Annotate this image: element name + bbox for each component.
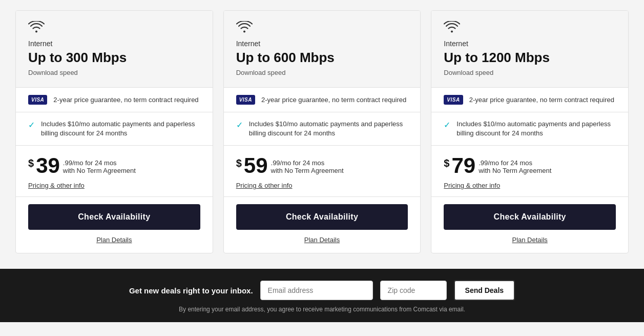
price-term: with No Term Agreement xyxy=(271,167,344,174)
wifi-icon xyxy=(28,21,45,35)
internet-label: Internet xyxy=(28,39,200,48)
pricing-link[interactable]: Pricing & other info xyxy=(236,182,408,189)
price-main: 59 xyxy=(244,155,268,176)
check-availability-button[interactable]: Check Availability xyxy=(444,204,616,230)
checkmark-icon: ✓ xyxy=(28,120,35,130)
download-label: Download speed xyxy=(236,69,286,76)
autopay-text: Includes $10/mo automatic payments and p… xyxy=(249,120,408,138)
price-row: $ 79 .99/mo for 24 mos with No Term Agre… xyxy=(444,155,616,176)
card-header-3: Internet Up to 1200 Mbps Download speed xyxy=(431,11,628,88)
price-details: .99/mo for 24 mos with No Term Agreement xyxy=(63,159,136,174)
price-cents: .99/mo for 24 mos xyxy=(63,159,136,167)
zip-input[interactable] xyxy=(380,281,447,300)
visa-section: VISA 2-year price guarantee, no term con… xyxy=(16,88,213,112)
pricing-section: $ 59 .99/mo for 24 mos with No Term Agre… xyxy=(224,146,421,197)
check-availability-button[interactable]: Check Availability xyxy=(28,204,200,230)
action-section: Check Availability Plan Details xyxy=(16,197,213,253)
checkmark-icon: ✓ xyxy=(236,120,243,130)
guarantee-text: 2-year price guarantee, no term contract… xyxy=(469,96,614,104)
action-section: Check Availability Plan Details xyxy=(224,197,421,253)
price-details: .99/mo for 24 mos with No Term Agreement xyxy=(479,159,551,174)
autopay-section: ✓ Includes $10/mo automatic payments and… xyxy=(224,112,421,146)
main-content: Internet Up to 300 Mbps Download speed V… xyxy=(0,0,644,269)
price-cents: .99/mo for 24 mos xyxy=(479,159,551,167)
price-dollar: $ xyxy=(236,158,242,168)
plan-speed: Up to 600 Mbps xyxy=(236,50,408,66)
visa-badge: VISA xyxy=(236,95,255,105)
visa-badge: VISA xyxy=(28,95,47,105)
download-label: Download speed xyxy=(28,69,78,76)
plan-speed: Up to 300 Mbps xyxy=(28,50,200,66)
price-cents: .99/mo for 24 mos xyxy=(271,159,344,167)
plan-details-link[interactable]: Plan Details xyxy=(512,236,547,244)
autopay-text: Includes $10/mo automatic payments and p… xyxy=(41,120,200,138)
card-header-1: Internet Up to 300 Mbps Download speed xyxy=(16,11,213,88)
email-input[interactable] xyxy=(260,281,373,300)
plan-card-1: Internet Up to 300 Mbps Download speed V… xyxy=(15,10,213,253)
footer-bar: Get new deals right to your inbox. Send … xyxy=(0,269,644,322)
visa-badge: VISA xyxy=(444,95,463,105)
wifi-icon xyxy=(236,21,253,35)
footer-deals-row: Get new deals right to your inbox. Send … xyxy=(129,280,515,301)
price-dollar: $ xyxy=(28,158,34,168)
price-row: $ 59 .99/mo for 24 mos with No Term Agre… xyxy=(236,155,408,176)
visa-section: VISA 2-year price guarantee, no term con… xyxy=(224,88,421,112)
footer-deals-text: Get new deals right to your inbox. xyxy=(129,286,253,295)
price-details: .99/mo for 24 mos with No Term Agreement xyxy=(271,159,344,174)
price-main: 79 xyxy=(451,155,475,176)
plan-card-3: Internet Up to 1200 Mbps Download speed … xyxy=(431,10,629,253)
price-dollar: $ xyxy=(444,158,449,168)
send-deals-button[interactable]: Send Deals xyxy=(454,280,515,301)
pricing-link[interactable]: Pricing & other info xyxy=(444,182,616,189)
autopay-text: Includes $10/mo automatic payments and p… xyxy=(456,120,616,138)
guarantee-text: 2-year price guarantee, no term contract… xyxy=(53,96,198,104)
plan-details-link[interactable]: Plan Details xyxy=(96,236,132,244)
footer-disclaimer: By entering your email address, you agre… xyxy=(179,306,465,313)
download-label: Download speed xyxy=(444,69,493,76)
pricing-section: $ 39 .99/mo for 24 mos with No Term Agre… xyxy=(16,146,213,197)
plan-speed: Up to 1200 Mbps xyxy=(444,50,616,66)
action-section: Check Availability Plan Details xyxy=(431,197,628,253)
wifi-icon xyxy=(444,21,460,35)
autopay-section: ✓ Includes $10/mo automatic payments and… xyxy=(16,112,213,146)
plans-container: Internet Up to 300 Mbps Download speed V… xyxy=(15,10,629,253)
check-availability-button[interactable]: Check Availability xyxy=(236,204,408,230)
price-term: with No Term Agreement xyxy=(479,167,551,174)
plan-card-2: Internet Up to 600 Mbps Download speed V… xyxy=(223,10,421,253)
guarantee-text: 2-year price guarantee, no term contract… xyxy=(261,96,406,104)
pricing-link[interactable]: Pricing & other info xyxy=(28,182,200,189)
pricing-section: $ 79 .99/mo for 24 mos with No Term Agre… xyxy=(431,146,628,197)
card-header-2: Internet Up to 600 Mbps Download speed xyxy=(224,11,421,88)
price-term: with No Term Agreement xyxy=(63,167,136,174)
plan-details-link[interactable]: Plan Details xyxy=(304,236,340,244)
price-row: $ 39 .99/mo for 24 mos with No Term Agre… xyxy=(28,155,200,176)
internet-label: Internet xyxy=(236,39,408,48)
price-main: 39 xyxy=(36,155,60,176)
internet-label: Internet xyxy=(444,39,616,48)
visa-section: VISA 2-year price guarantee, no term con… xyxy=(431,88,628,112)
checkmark-icon: ✓ xyxy=(444,120,450,130)
autopay-section: ✓ Includes $10/mo automatic payments and… xyxy=(431,112,628,146)
